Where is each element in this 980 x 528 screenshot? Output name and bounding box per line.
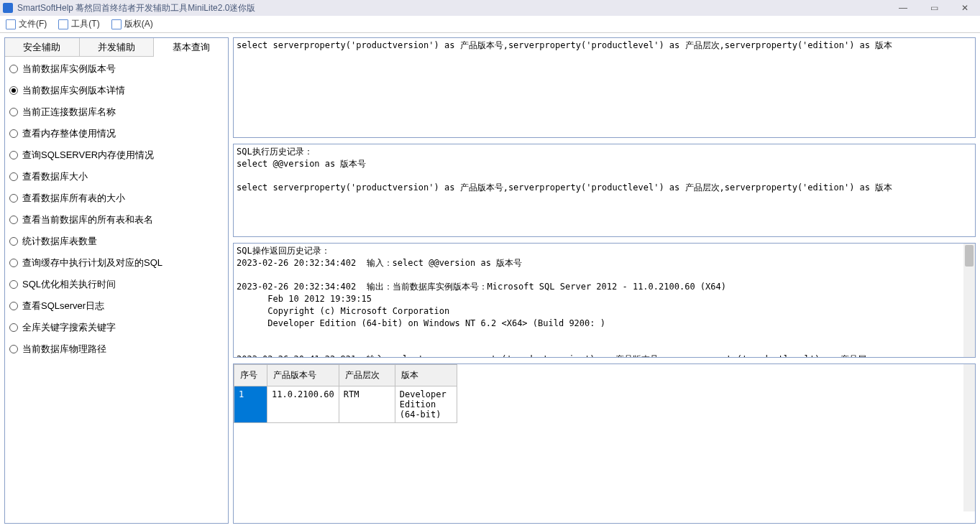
radio-icon [9,259,18,267]
tab-basic-query-label: 基本查询 [173,41,210,54]
radio-icon [9,323,18,332]
radio-item-11[interactable]: 查看SQLserver日志 [9,300,224,312]
radio-item-0[interactable]: 当前数据库实例版本号 [9,62,224,75]
radio-label: 统计数据库表数量 [22,235,97,248]
menu-bar: 文件(F) 工具(T) 版权(A) [0,16,980,33]
close-button[interactable]: ✕ [958,3,971,13]
result-log-wrap: SQL操作返回历史记录： 2023-02-26 20:32:34:402 输入：… [233,243,976,358]
copyright-icon [111,19,122,29]
scrollbar-thumb[interactable] [965,245,974,267]
radio-item-12[interactable]: 全库关键字搜索关键字 [9,321,224,334]
grid-header[interactable]: 产品层次 [339,365,395,386]
menu-file-label: 文件(F) [19,18,47,30]
tab-security[interactable]: 安全辅助 [5,38,80,56]
sql-textarea[interactable]: select serverproperty('productversion') … [233,37,976,138]
radio-label: 当前正连接数据库名称 [22,106,116,119]
grid-cell[interactable]: RTM [339,386,395,423]
radio-item-8[interactable]: 统计数据库表数量 [9,235,224,248]
result-grid[interactable]: 序号产品版本号产品层次版本 111.0.2100.60RTMDeveloper … [234,364,457,423]
left-panel: 安全辅助 并发辅助 基本查询 当前数据库实例版本号当前数据库实例版本详情当前正连… [4,37,229,524]
content-area: 安全辅助 并发辅助 基本查询 当前数据库实例版本号当前数据库实例版本详情当前正连… [0,33,980,528]
radio-icon [9,345,18,353]
radio-icon [9,129,18,138]
radio-icon [9,280,18,289]
menu-copyright-label: 版权(A) [124,18,153,30]
tab-concurrency-label: 并发辅助 [98,41,135,54]
radio-item-5[interactable]: 查看数据库大小 [9,170,224,183]
file-icon [6,19,16,29]
grid-cell[interactable]: Developer Edition (64-bit) [395,386,457,423]
radio-item-1[interactable]: 当前数据库实例版本详情 [9,84,224,97]
app-icon [3,3,13,13]
result-log-textarea[interactable]: SQL操作返回历史记录： 2023-02-26 20:32:34:402 输入：… [234,244,963,357]
radio-icon [9,302,18,310]
radio-item-13[interactable]: 当前数据库物理路径 [9,343,224,356]
minimize-button[interactable]: — [896,3,910,13]
grid-header[interactable]: 版本 [395,365,457,386]
radio-label: 查看当前数据库的所有表和表名 [22,213,153,226]
tools-icon [58,19,68,29]
menu-tools[interactable]: 工具(T) [58,18,99,30]
radio-label: 查看数据库大小 [22,170,88,183]
radio-label: 查询缓存中执行计划及对应的SQL [22,256,162,269]
radio-icon [9,86,18,95]
radio-icon [9,172,18,181]
radio-label: 全库关键字搜索关键字 [22,321,116,334]
radio-icon [9,65,18,73]
tab-strip: 安全辅助 并发辅助 基本查询 [5,38,228,57]
grid-cell[interactable]: 1 [234,386,267,423]
radio-item-2[interactable]: 当前正连接数据库名称 [9,106,224,119]
tab-concurrency[interactable]: 并发辅助 [80,38,155,56]
title-bar: SmartSoftHelp 蓦然回首终结者开发辅助工具MiniLite2.0迷你… [0,0,980,16]
menu-tools-label: 工具(T) [71,18,99,30]
radio-label: 查看数据库所有表的大小 [22,192,125,205]
radio-label: 当前数据库实例版本详情 [22,84,125,97]
radio-icon [9,151,18,159]
grid-scrollbar-vertical[interactable] [963,364,975,511]
radio-icon [9,216,18,224]
tab-basic-query[interactable]: 基本查询 [154,38,228,57]
maximize-button[interactable]: ▭ [928,3,941,13]
radio-item-3[interactable]: 查看内存整体使用情况 [9,127,224,140]
grid-cell[interactable]: 11.0.2100.60 [267,386,339,423]
result-grid-wrap: 序号产品版本号产品层次版本 111.0.2100.60RTMDeveloper … [233,363,976,524]
radio-label: 查看内存整体使用情况 [22,127,116,140]
radio-label: 查看SQLserver日志 [22,300,104,312]
grid-header[interactable]: 序号 [234,365,267,386]
radio-label: 当前数据库实例版本号 [22,62,116,75]
window-title: SmartSoftHelp 蓦然回首终结者开发辅助工具MiniLite2.0迷你… [17,2,896,14]
radio-item-9[interactable]: 查询缓存中执行计划及对应的SQL [9,256,224,269]
radio-icon [9,194,18,203]
radio-item-4[interactable]: 查询SQLSERVER内存使用情况 [9,149,224,162]
grid-header[interactable]: 产品版本号 [267,365,339,386]
window-controls: — ▭ ✕ [896,3,977,13]
history-textarea[interactable]: SQL执行历史记录： select @@version as 版本号 selec… [233,144,976,237]
radio-item-7[interactable]: 查看当前数据库的所有表和表名 [9,213,224,226]
radio-item-6[interactable]: 查看数据库所有表的大小 [9,192,224,205]
tab-security-label: 安全辅助 [23,41,60,54]
menu-file[interactable]: 文件(F) [6,18,47,30]
radio-label: 当前数据库物理路径 [22,343,106,356]
radio-label: 查询SQLSERVER内存使用情况 [22,149,154,162]
result-scrollbar[interactable] [963,244,975,357]
radio-icon [9,237,18,246]
right-panel: select serverproperty('productversion') … [233,37,976,524]
radio-icon [9,108,18,116]
radio-item-10[interactable]: SQL优化相关执行时间 [9,278,224,291]
radio-list: 当前数据库实例版本号当前数据库实例版本详情当前正连接数据库名称查看内存整体使用情… [5,57,228,361]
menu-copyright[interactable]: 版权(A) [111,18,153,30]
radio-label: SQL优化相关执行时间 [22,278,116,291]
table-row[interactable]: 111.0.2100.60RTMDeveloper Edition (64-bi… [234,386,457,423]
